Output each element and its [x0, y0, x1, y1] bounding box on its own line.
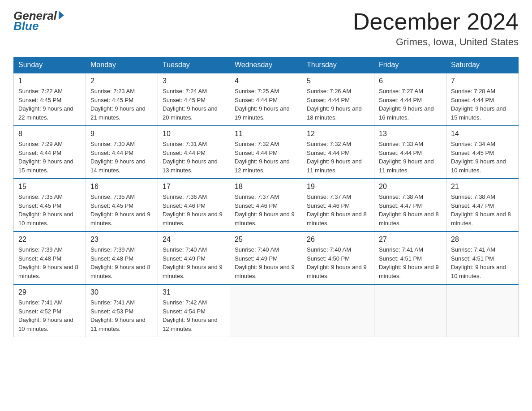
calendar-day-cell: 7 Sunrise: 7:28 AMSunset: 4:44 PMDayligh…	[446, 73, 519, 126]
page-header: General Blue December 2024 Grimes, Iowa,…	[13, 9, 519, 48]
day-number: 26	[307, 235, 369, 244]
day-sunrise: Sunrise: 7:34 AMSunset: 4:45 PMDaylight:…	[451, 141, 506, 174]
day-sunrise: Sunrise: 7:41 AMSunset: 4:53 PMDaylight:…	[90, 299, 146, 332]
day-sunrise: Sunrise: 7:37 AMSunset: 4:46 PMDaylight:…	[307, 193, 367, 227]
day-number: 30	[90, 288, 153, 296]
calendar-day-cell: 25 Sunrise: 7:40 AMSunset: 4:49 PMDaylig…	[230, 231, 302, 284]
day-number: 21	[451, 183, 514, 191]
day-sunrise: Sunrise: 7:28 AMSunset: 4:44 PMDaylight:…	[451, 88, 506, 121]
calendar-day-cell: 2 Sunrise: 7:23 AMSunset: 4:45 PMDayligh…	[86, 73, 158, 126]
calendar-day-cell: 28 Sunrise: 7:41 AMSunset: 4:51 PMDaylig…	[446, 231, 519, 284]
day-sunrise: Sunrise: 7:42 AMSunset: 4:54 PMDaylight:…	[163, 299, 218, 332]
calendar-day-cell: 18 Sunrise: 7:37 AMSunset: 4:46 PMDaylig…	[230, 179, 302, 231]
day-of-week-header: Wednesday	[230, 57, 302, 73]
calendar-day-cell: 26 Sunrise: 7:40 AMSunset: 4:50 PMDaylig…	[302, 231, 374, 284]
day-number: 1	[18, 77, 81, 85]
calendar-day-cell: 30 Sunrise: 7:41 AMSunset: 4:53 PMDaylig…	[86, 284, 158, 337]
calendar-week-row: 8 Sunrise: 7:29 AMSunset: 4:44 PMDayligh…	[14, 126, 519, 179]
day-number: 25	[235, 235, 297, 244]
calendar-day-cell: 29 Sunrise: 7:41 AMSunset: 4:52 PMDaylig…	[14, 284, 86, 337]
day-sunrise: Sunrise: 7:40 AMSunset: 4:49 PMDaylight:…	[163, 246, 223, 279]
day-number: 27	[379, 235, 442, 244]
calendar-day-cell: 16 Sunrise: 7:35 AMSunset: 4:45 PMDaylig…	[86, 179, 158, 231]
day-number: 11	[235, 130, 297, 138]
calendar-day-cell: 6 Sunrise: 7:27 AMSunset: 4:44 PMDayligh…	[374, 73, 446, 126]
calendar-table: SundayMondayTuesdayWednesdayThursdayFrid…	[13, 57, 519, 337]
day-sunrise: Sunrise: 7:32 AMSunset: 4:44 PMDaylight:…	[235, 141, 290, 174]
day-sunrise: Sunrise: 7:40 AMSunset: 4:50 PMDaylight:…	[307, 246, 367, 279]
calendar-day-cell: 8 Sunrise: 7:29 AMSunset: 4:44 PMDayligh…	[14, 126, 86, 179]
calendar-day-cell: 10 Sunrise: 7:31 AMSunset: 4:44 PMDaylig…	[158, 126, 230, 179]
calendar-day-cell: 4 Sunrise: 7:25 AMSunset: 4:44 PMDayligh…	[230, 73, 302, 126]
day-number: 12	[307, 130, 369, 138]
day-of-week-header: Thursday	[302, 57, 374, 73]
calendar-day-cell: 21 Sunrise: 7:38 AMSunset: 4:47 PMDaylig…	[446, 179, 519, 231]
day-number: 3	[163, 77, 225, 85]
day-sunrise: Sunrise: 7:41 AMSunset: 4:51 PMDaylight:…	[379, 246, 439, 279]
calendar-day-cell: 9 Sunrise: 7:30 AMSunset: 4:44 PMDayligh…	[86, 126, 158, 179]
day-sunrise: Sunrise: 7:35 AMSunset: 4:45 PMDaylight:…	[90, 193, 150, 227]
day-number: 13	[379, 130, 442, 138]
logo: General Blue	[13, 9, 64, 33]
day-sunrise: Sunrise: 7:25 AMSunset: 4:44 PMDaylight:…	[235, 88, 290, 121]
day-sunrise: Sunrise: 7:31 AMSunset: 4:44 PMDaylight:…	[163, 141, 218, 174]
day-number: 24	[163, 235, 225, 244]
day-sunrise: Sunrise: 7:33 AMSunset: 4:44 PMDaylight:…	[379, 141, 434, 174]
calendar-day-cell: 14 Sunrise: 7:34 AMSunset: 4:45 PMDaylig…	[446, 126, 519, 179]
day-sunrise: Sunrise: 7:26 AMSunset: 4:44 PMDaylight:…	[307, 88, 362, 121]
calendar-week-row: 1 Sunrise: 7:22 AMSunset: 4:45 PMDayligh…	[14, 73, 519, 126]
day-number: 22	[18, 235, 81, 244]
day-number: 17	[163, 183, 225, 191]
calendar-day-cell	[446, 284, 519, 337]
day-sunrise: Sunrise: 7:39 AMSunset: 4:48 PMDaylight:…	[90, 246, 150, 279]
day-number: 6	[379, 77, 442, 85]
calendar-day-cell: 3 Sunrise: 7:24 AMSunset: 4:45 PMDayligh…	[158, 73, 230, 126]
day-sunrise: Sunrise: 7:39 AMSunset: 4:48 PMDaylight:…	[18, 246, 78, 279]
day-of-week-header: Monday	[86, 57, 158, 73]
calendar-week-row: 15 Sunrise: 7:35 AMSunset: 4:45 PMDaylig…	[14, 179, 519, 231]
day-number: 15	[18, 183, 81, 191]
day-number: 28	[451, 235, 514, 244]
day-sunrise: Sunrise: 7:35 AMSunset: 4:45 PMDaylight:…	[18, 193, 73, 227]
day-number: 7	[451, 77, 514, 85]
day-number: 20	[379, 183, 442, 191]
calendar-day-cell: 20 Sunrise: 7:38 AMSunset: 4:47 PMDaylig…	[374, 179, 446, 231]
day-sunrise: Sunrise: 7:32 AMSunset: 4:44 PMDaylight:…	[307, 141, 362, 174]
day-sunrise: Sunrise: 7:38 AMSunset: 4:47 PMDaylight:…	[379, 193, 439, 227]
calendar-day-cell: 17 Sunrise: 7:36 AMSunset: 4:46 PMDaylig…	[158, 179, 230, 231]
day-sunrise: Sunrise: 7:23 AMSunset: 4:45 PMDaylight:…	[90, 88, 146, 121]
calendar-day-cell: 23 Sunrise: 7:39 AMSunset: 4:48 PMDaylig…	[86, 231, 158, 284]
day-number: 10	[163, 130, 225, 138]
day-number: 5	[307, 77, 369, 85]
calendar-day-cell: 19 Sunrise: 7:37 AMSunset: 4:46 PMDaylig…	[302, 179, 374, 231]
day-sunrise: Sunrise: 7:27 AMSunset: 4:44 PMDaylight:…	[379, 88, 434, 121]
calendar-day-cell: 12 Sunrise: 7:32 AMSunset: 4:44 PMDaylig…	[302, 126, 374, 179]
calendar-day-cell: 5 Sunrise: 7:26 AMSunset: 4:44 PMDayligh…	[302, 73, 374, 126]
calendar-day-cell: 11 Sunrise: 7:32 AMSunset: 4:44 PMDaylig…	[230, 126, 302, 179]
day-of-week-header: Tuesday	[158, 57, 230, 73]
day-number: 29	[18, 288, 81, 296]
day-sunrise: Sunrise: 7:24 AMSunset: 4:45 PMDaylight:…	[163, 88, 218, 121]
calendar-day-cell: 24 Sunrise: 7:40 AMSunset: 4:49 PMDaylig…	[158, 231, 230, 284]
calendar-header-row: SundayMondayTuesdayWednesdayThursdayFrid…	[14, 57, 519, 73]
calendar-week-row: 29 Sunrise: 7:41 AMSunset: 4:52 PMDaylig…	[14, 284, 519, 337]
calendar-day-cell	[230, 284, 302, 337]
day-sunrise: Sunrise: 7:41 AMSunset: 4:52 PMDaylight:…	[18, 299, 73, 332]
day-of-week-header: Saturday	[446, 57, 519, 73]
day-of-week-header: Sunday	[14, 57, 86, 73]
month-title: December 2024	[353, 9, 519, 34]
calendar-day-cell	[302, 284, 374, 337]
day-number: 8	[18, 130, 81, 138]
calendar-week-row: 22 Sunrise: 7:39 AMSunset: 4:48 PMDaylig…	[14, 231, 519, 284]
day-of-week-header: Friday	[374, 57, 446, 73]
calendar-day-cell: 31 Sunrise: 7:42 AMSunset: 4:54 PMDaylig…	[158, 284, 230, 337]
day-sunrise: Sunrise: 7:37 AMSunset: 4:46 PMDaylight:…	[235, 193, 295, 227]
day-sunrise: Sunrise: 7:41 AMSunset: 4:51 PMDaylight:…	[451, 246, 506, 279]
day-number: 9	[90, 130, 153, 138]
calendar-day-cell: 13 Sunrise: 7:33 AMSunset: 4:44 PMDaylig…	[374, 126, 446, 179]
day-number: 31	[163, 288, 225, 296]
logo-arrow-icon	[59, 11, 64, 20]
logo-blue-text: Blue	[13, 19, 39, 33]
day-number: 18	[235, 183, 297, 191]
day-number: 19	[307, 183, 369, 191]
